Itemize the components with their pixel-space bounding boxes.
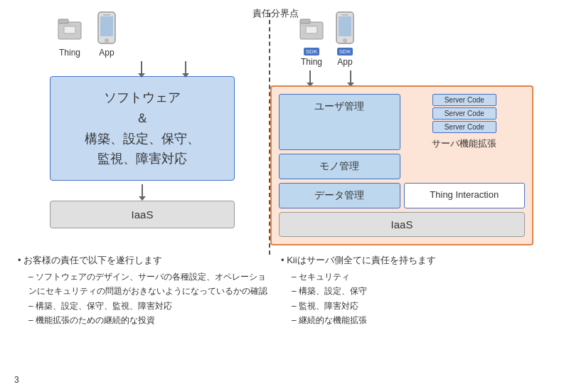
server-code-1: Server Code <box>432 94 496 106</box>
right-sub4: – 継続的な機能拡張 <box>292 313 551 327</box>
left-iaas-label: IaaS <box>132 208 154 221</box>
left-sub-bullets: – ソフトウェアのデザイン、サーバの各種設定、オペレーションにセキュリティの問題… <box>28 270 274 328</box>
app-sdk-badge: SDK <box>337 48 353 55</box>
svg-rect-13 <box>341 14 349 16</box>
left-sub1-text: – ソフトウェアのデザイン、サーバの各種設定、オペレーションにセキュリティの問題… <box>28 270 274 299</box>
server-code-3: Server Code <box>432 121 496 133</box>
right-bullets: • Kiiはサーバ側全てに責任を持ちます – セキュリティ – 構築、設定、保守… <box>281 254 551 328</box>
left-sub3-text: – 機能拡張のための継続的な投資 <box>28 313 155 327</box>
right-thing-label: Thing <box>301 57 322 67</box>
right-app-label: App <box>337 57 352 67</box>
right-thing-group: SDK Thing <box>299 16 324 67</box>
arrow-single-left <box>142 184 143 197</box>
left-sub3: – 機能拡張のための継続的な投資 <box>28 313 274 327</box>
svg-rect-8 <box>300 19 310 23</box>
right-sub2: – 構築、設定、保守 <box>292 284 551 298</box>
svg-rect-4 <box>100 16 113 36</box>
right-arrow-thing <box>309 70 311 83</box>
svg-rect-1 <box>58 19 68 23</box>
right-iaas-box: IaaS <box>279 212 525 237</box>
server-func-label: サーバ機能拡張 <box>432 137 496 150</box>
right-sub1: – セキュリティ <box>292 270 551 284</box>
user-mgmt-box: ユーザ管理 <box>279 94 400 150</box>
blue-box-line1: ソフトウェア <box>65 88 220 108</box>
server-code-group: Server Code Server Code Server Code サーバ機… <box>404 94 526 150</box>
right-arrow-app <box>350 70 351 83</box>
app-group: App <box>97 11 117 58</box>
responsibility-label: 責任分界点 <box>252 7 299 20</box>
server-code-2: Server Code <box>432 107 496 120</box>
left-sub1: – ソフトウェアのデザイン、サーバの各種設定、オペレーションにセキュリティの問題… <box>28 270 274 299</box>
blue-box-line2: ＆ <box>65 108 220 129</box>
orange-grid: ユーザ管理 Server Code Server Code Server Cod… <box>279 94 525 208</box>
left-iaas-box: IaaS <box>50 201 235 228</box>
right-arrows <box>309 70 555 83</box>
blue-box-line3: 構築、設定、保守、 <box>65 129 220 149</box>
right-sub3: – 監視、障害対応 <box>292 299 551 313</box>
page-number: 3 <box>14 375 19 385</box>
right-sub4-text: – 継続的な機能拡張 <box>292 313 367 327</box>
thing-sdk-badge: SDK <box>304 48 319 55</box>
svg-point-5 <box>105 38 109 43</box>
right-sub-bullets: – セキュリティ – 構築、設定、保守 – 監視、障害対応 – 継続的な機能拡張 <box>292 270 551 328</box>
thing-label: Thing <box>59 48 80 58</box>
orange-outer-box: ユーザ管理 Server Code Server Code Server Cod… <box>270 85 533 245</box>
right-sub3-text: – 監視、障害対応 <box>292 299 358 313</box>
right-main-bullet: • Kiiはサーバ側全てに責任を持ちます <box>281 254 551 267</box>
app-label: App <box>99 48 114 58</box>
thing-group: Thing <box>57 16 83 58</box>
arrow-thing <box>141 61 142 74</box>
left-blue-box: ソフトウェア ＆ 構築、設定、保守、 監視、障害対応 <box>50 76 235 181</box>
svg-rect-9 <box>306 26 317 33</box>
blue-box-line4: 監視、障害対応 <box>65 149 220 169</box>
right-app-phone-icon <box>335 11 355 46</box>
mono-mgmt-box: モノ管理 <box>279 154 400 179</box>
right-sub2-text: – 構築、設定、保守 <box>292 284 367 298</box>
right-iaas-label: IaaS <box>391 218 413 231</box>
left-bullets: • お客様の責任で以下を遂行します – ソフトウェアのデザイン、サーバの各種設定… <box>18 254 274 328</box>
data-mgmt-box: データ管理 <box>279 183 400 208</box>
main-content: Thing App <box>14 11 555 245</box>
right-app-group: SDK App <box>335 11 355 67</box>
left-main-bullet: • お客様の責任で以下を遂行します <box>18 254 274 267</box>
left-sub2-text: – 構築、設定、保守、監視、障害対応 <box>28 299 172 313</box>
right-icons: SDK Thing SDK App <box>299 11 555 67</box>
thing-interaction-box: Thing Interaction <box>404 183 526 208</box>
app-phone-icon <box>97 11 117 46</box>
slide-container: Thing App <box>0 0 569 392</box>
left-icons: Thing App <box>57 11 270 58</box>
left-section: Thing App <box>14 11 270 245</box>
svg-rect-11 <box>339 16 351 36</box>
arrow-app <box>185 61 186 74</box>
right-section: 責任分界点 SDK Thing <box>270 11 555 245</box>
svg-rect-2 <box>64 26 75 33</box>
svg-rect-6 <box>103 14 110 16</box>
left-arrows <box>57 61 270 74</box>
left-single-arrow <box>14 184 270 197</box>
right-thing-icon <box>299 16 324 46</box>
thing-icon <box>57 16 83 46</box>
right-sub1-text: – セキュリティ <box>292 270 350 284</box>
svg-point-12 <box>343 38 347 43</box>
bottom-section: • お客様の責任で以下を遂行します – ソフトウェアのデザイン、サーバの各種設定… <box>14 254 555 328</box>
left-sub2: – 構築、設定、保守、監視、障害対応 <box>28 299 274 313</box>
